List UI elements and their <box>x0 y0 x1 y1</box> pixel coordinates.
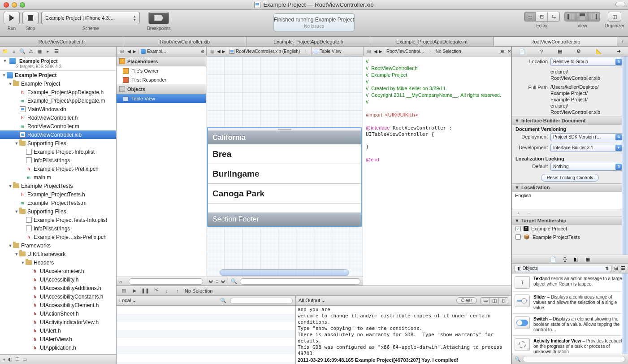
locking-default-dropdown[interactable]: Nothing⇅ <box>550 163 624 171</box>
toolbar-toggle-button[interactable] <box>615 2 625 7</box>
tree-row[interactable]: hExample Project-Prefix.pch <box>0 165 116 173</box>
step-into-icon[interactable]: ↓ <box>163 287 170 295</box>
tree-row[interactable]: hUIActivityIndicatorView.h <box>0 318 116 326</box>
tree-row[interactable]: ▼Supporting Files <box>0 207 116 216</box>
add-localization-button[interactable]: + <box>515 210 522 216</box>
project-header[interactable]: ▼ Example Project 2 targets, iOS SDK 4.3 <box>0 56 116 71</box>
crumb-project[interactable]: Exampl… <box>138 49 169 54</box>
tree-row[interactable]: mExample_ProjectAppDelegate.m <box>0 96 116 105</box>
table-view-preview[interactable]: California BreaBurlingameCanoga Park Sec… <box>208 128 361 226</box>
inspector-tabs[interactable]: 📄 ? ▤ ⚙ 📐 ➔ <box>512 47 628 56</box>
tree-row[interactable]: hExample_ProjectTests.h <box>0 190 116 199</box>
remove-localization-button[interactable]: − <box>525 210 533 216</box>
horizontal-scrollbar[interactable] <box>220 269 349 276</box>
deployment-dropdown[interactable]: Project SDK Version (…⇅ <box>550 133 624 141</box>
editor-tab[interactable]: Example_ProjectAppDelegate.m <box>370 37 494 46</box>
tree-row[interactable]: mmain.m <box>0 173 116 182</box>
media-library-icon[interactable]: ▦ <box>585 256 590 262</box>
file-template-library-icon[interactable]: 📄 <box>550 256 556 262</box>
filter-icon[interactable]: ⌕ <box>119 279 122 284</box>
section-target-membership[interactable]: ▼ Target Membership <box>512 217 628 225</box>
tree-row[interactable]: hUIActionSheet.h <box>0 309 116 318</box>
target-row-2[interactable]: 📦 Example ProjectTests <box>512 233 628 241</box>
canvas-filter-input[interactable] <box>240 278 360 285</box>
tree-row[interactable]: ▼Frameworks <box>0 241 116 250</box>
tree-row[interactable]: mExample_ProjectTests.m <box>0 199 116 207</box>
variables-filter-input[interactable] <box>230 298 293 304</box>
editor-tab[interactable]: Example_ProjectAppDelegate.h <box>247 37 370 46</box>
run-button[interactable] <box>4 12 20 24</box>
pause-icon[interactable]: ❚❚ <box>142 287 149 295</box>
library-tabs[interactable]: 📄 {} ◧ ▦ <box>512 255 628 264</box>
section-localization[interactable]: ▼ Localization <box>512 183 628 191</box>
add-button[interactable]: + <box>3 357 5 362</box>
table-cell[interactable]: Burlingame <box>208 164 361 184</box>
code-text[interactable]: // // RootViewController.h // Example Pr… <box>363 56 511 286</box>
tree-row[interactable]: Example ProjectTests-Info.plist <box>0 216 116 224</box>
editor-tab[interactable]: RootViewController.h <box>0 37 123 46</box>
hide-debug-icon[interactable]: ▤ <box>120 287 127 295</box>
reset-locking-button[interactable]: Reset Locking Controls <box>541 174 599 182</box>
outline-filter-input[interactable] <box>129 278 203 285</box>
library-item[interactable]: Slider – Displays a continuous range of … <box>512 292 628 314</box>
localization-list[interactable]: English <box>512 191 628 209</box>
editor-tab[interactable]: RootViewController.xib <box>123 37 247 46</box>
jump-bar[interactable]: ⊞ ◀ ▶ Exampl… ⊕ ▤ ◀ ▶ RootViewController… <box>117 47 511 56</box>
tree-row[interactable]: hUIApplication.h <box>0 343 116 352</box>
standard-editor-button[interactable]: ☰ <box>524 12 536 21</box>
console-output[interactable]: and you are welcome to change it and/or … <box>296 306 511 364</box>
add-assistant-button[interactable]: ⊕ <box>501 49 504 54</box>
quick-help-icon[interactable]: ? <box>540 49 543 54</box>
tree-row[interactable]: hUIAccessibilityConstants.h <box>0 292 116 301</box>
toggle-utilities-button[interactable] <box>588 12 600 21</box>
toggle-debug-button[interactable] <box>576 12 588 21</box>
library-view-grid-icon[interactable]: ⊞ <box>614 265 618 271</box>
code-snippet-library-icon[interactable]: {} <box>563 256 567 262</box>
files-owner-item[interactable]: File's Owner <box>117 66 206 75</box>
section-ib-document[interactable]: ▼ Interface Builder Document <box>512 117 628 125</box>
drag-handle-icon[interactable] <box>278 129 291 130</box>
tree-row[interactable]: ▼Example Project <box>0 71 116 79</box>
view-segment[interactable] <box>564 12 600 22</box>
crumb-file[interactable]: RootViewController.xib (English) <box>227 47 302 56</box>
filter-scm-icon[interactable]: ☐ <box>15 356 20 362</box>
back-button-3[interactable]: ◀ <box>374 49 377 54</box>
filter-unsaved-icon[interactable]: ▭ <box>22 356 27 362</box>
zoom-in-icon[interactable]: ⊕ <box>218 278 228 284</box>
scheme-selector[interactable]: Example Project | iPhone 4.3… ▴▾ <box>41 12 140 24</box>
checkbox-icon[interactable] <box>515 234 521 240</box>
log-navigator-icon[interactable]: ☰ <box>53 48 60 55</box>
console-view-segment[interactable]: ▭◫▯ <box>481 297 508 304</box>
issue-navigator-icon[interactable]: ⚠ <box>27 48 35 55</box>
crumb-object[interactable]: Table View <box>311 47 343 56</box>
library-filter-input[interactable] <box>523 356 625 362</box>
object-library-list[interactable]: TTextand sends an action message to a ta… <box>512 273 628 354</box>
forward-button-3[interactable]: ▶ <box>379 49 382 54</box>
first-responder-item[interactable]: First Responder <box>117 75 206 84</box>
variables-scope[interactable]: Local ⌄ <box>119 298 136 303</box>
tree-row[interactable]: hUIAccessibility.h <box>0 275 116 284</box>
tree-row[interactable]: mRootViewController.m <box>0 122 116 130</box>
tree-row[interactable]: hRootViewController.h <box>0 113 116 122</box>
new-tab-button[interactable]: + <box>617 37 628 46</box>
tree-row[interactable]: MainWindow.xib <box>0 105 116 113</box>
organizer-button[interactable]: ◫ <box>608 12 621 22</box>
object-library-icon[interactable]: ◧ <box>574 256 578 262</box>
tree-row[interactable]: hUIAlertView.h <box>0 335 116 343</box>
console-scope[interactable]: All Output ⌄ <box>299 298 325 303</box>
editor-mode-segment[interactable]: ☰ ⊟ ⇆ <box>524 12 560 22</box>
tree-row[interactable]: InfoPlist.strings <box>0 224 116 233</box>
target-row-1[interactable]: ✓🅰 Example Project <box>512 225 628 233</box>
tree-row[interactable]: hUIAlert.h <box>0 326 116 335</box>
connections-inspector-icon[interactable]: ➔ <box>617 48 621 54</box>
ib-canvas[interactable]: California BreaBurlingameCanoga Park Sec… <box>206 56 363 277</box>
continue-icon[interactable]: ▶ <box>131 287 138 295</box>
zoom-window-button[interactable] <box>20 2 25 8</box>
inspector-scrollbar[interactable] <box>622 56 628 255</box>
forward-button-2[interactable]: ▶ <box>222 49 225 54</box>
tree-row[interactable]: hExample Proje…sts-Prefix.pch <box>0 233 116 241</box>
breakpoints-button[interactable] <box>148 12 169 24</box>
forward-button[interactable]: ▶ <box>133 49 136 54</box>
outline-toggle-icon[interactable]: ▤ <box>208 48 216 55</box>
version-editor-button[interactable]: ⇆ <box>548 12 559 21</box>
